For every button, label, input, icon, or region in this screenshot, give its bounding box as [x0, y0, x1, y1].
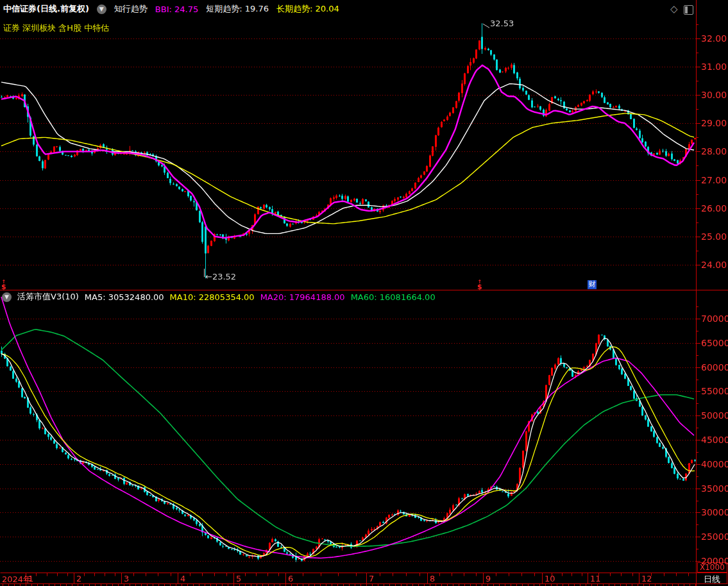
y-axis-label: 30000 [701, 507, 728, 517]
y-axis-label: 45000 [701, 435, 728, 445]
ma10-value: MA10: 22805354.00 [170, 292, 255, 302]
app-container: 中信证券(日线.前复权) ▼ 知行趋势 BBI: 24.75 短期趋势: 19.… [0, 0, 728, 586]
event-marker[interactable]: ↑$ [1, 280, 6, 290]
panel-divider [0, 290, 728, 290]
low-annotation: ←23.52 [205, 272, 236, 281]
y-axis-label: 27.00 [701, 175, 728, 185]
ma20-value: MA20: 17964188.00 [260, 292, 345, 302]
y-axis-label: 29.00 [701, 118, 728, 128]
diamond-icon[interactable]: ◇ [670, 3, 678, 15]
split-pane-icon[interactable] [684, 5, 693, 15]
short-trend-value: 短期趋势: 19.76 [206, 3, 269, 15]
y-axis-label: 35000 [701, 483, 728, 494]
indicator2-name: 活筹市值V3(10) [17, 291, 79, 303]
y-axis-label: 20000 [701, 556, 728, 566]
y-axis-label: 70000 [701, 314, 728, 324]
month-label: 8 [430, 574, 435, 583]
month-label: 5 [236, 574, 241, 583]
y-axis-label: 55000 [701, 386, 728, 396]
y-axis-label: 28.00 [701, 146, 728, 156]
y-axis-label: 50000 [701, 410, 728, 421]
y-axis-label: 31.00 [701, 62, 728, 72]
y-axis-label: 40000 [701, 459, 728, 469]
indicator-name: 知行趋势 [114, 3, 148, 15]
y-axis-label: 25000 [701, 532, 728, 542]
top-chart-canvas[interactable] [0, 18, 728, 290]
header-bar: 中信证券(日线.前复权) ▼ 知行趋势 BBI: 24.75 短期趋势: 19.… [0, 0, 339, 18]
ma5-value: MA5: 30532480.00 [85, 292, 164, 302]
event-marker[interactable]: 财 [588, 280, 597, 289]
chevron-down-icon[interactable]: ▼ [97, 4, 106, 14]
y-axis-label: 32.00 [701, 33, 728, 44]
long-trend-value: 长期趋势: 20.04 [276, 3, 339, 15]
y-axis-label: 60000 [701, 362, 728, 373]
y-axis-label: 30.00 [701, 90, 728, 100]
month-label: 6 [288, 574, 293, 583]
month-label: 10 [545, 574, 555, 583]
ma60-value: MA60: 16081664.00 [351, 292, 436, 302]
date-axis-canvas[interactable] [0, 569, 728, 586]
y-axis-label: 65000 [701, 338, 728, 348]
sector-label: 证券 深圳板块 含H股 中特估 [3, 22, 109, 34]
y-axis-label: 26.00 [701, 203, 728, 213]
indicator-panel-header: ▼ 活筹市值V3(10) MA5: 30532480.00 MA10: 2280… [2, 291, 436, 303]
y-axis-label: 25.00 [701, 231, 728, 242]
month-label: 2 [76, 574, 81, 583]
stock-title: 中信证券(日线.前复权) [3, 3, 89, 15]
month-label: 12 [641, 574, 652, 583]
bottom-chart-canvas[interactable] [0, 292, 728, 573]
high-annotation: 32.53 [490, 19, 514, 28]
chevron-down-icon[interactable]: ▼ [2, 292, 12, 302]
event-marker[interactable]: ↑$ [477, 280, 482, 290]
period-label[interactable]: 日线 [704, 574, 720, 585]
month-label: 3 [124, 574, 129, 583]
month-label: 11 [590, 574, 601, 583]
month-label: 9 [486, 574, 491, 583]
month-label: 4 [180, 574, 185, 583]
y-axis-label: 24.00 [701, 260, 728, 270]
month-label: 1 [28, 574, 33, 583]
bbi-value: BBI: 24.75 [155, 4, 198, 14]
year-label: 2024年 [2, 574, 31, 585]
right-axis-line [696, 0, 697, 586]
month-label: 7 [369, 574, 374, 583]
